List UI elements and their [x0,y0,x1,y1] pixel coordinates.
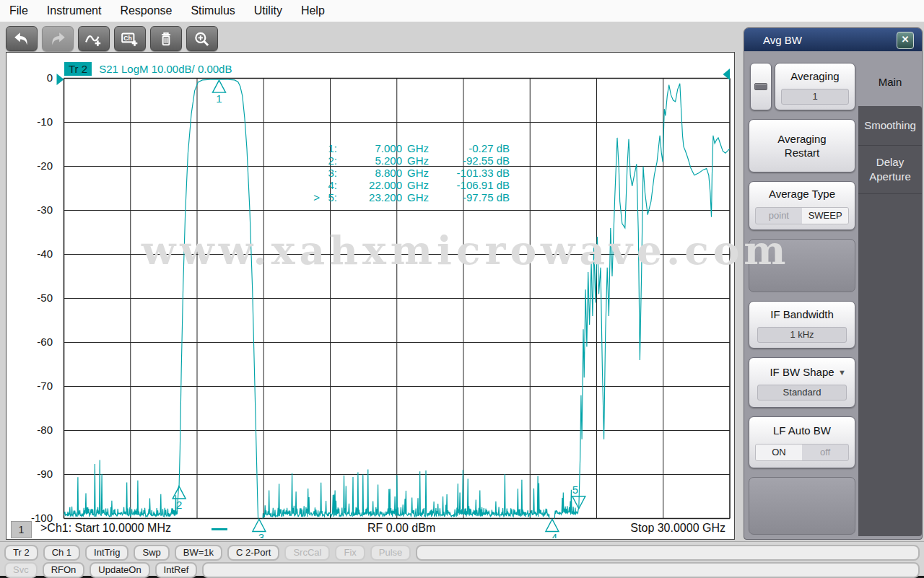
status-row1-spacer [416,545,920,561]
redo-button[interactable] [42,26,74,51]
lf-auto-bw-on-option[interactable]: ON [756,445,802,460]
averaging-toggle-button[interactable] [750,63,772,110]
stimulus-readout-bar: 1 >Ch1: Start 10.0000 MHz RF 0.00 dBm St… [6,520,733,539]
status-trigger: IntTrig [85,545,128,561]
if-bandwidth-label: IF Bandwidth [770,307,834,321]
panel-tab-column: Smoothing Delay Aperture [858,106,922,536]
if-bw-shape-value-field: Standard [757,385,847,400]
if-bw-shape-label: IF BW Shape [770,365,834,379]
averaging-label: Averaging [790,69,839,83]
tab-main[interactable]: Main [858,60,922,103]
marker-row-1: 1:7.000GHz-0.27 dB [310,142,510,154]
status-trace: Tr 2 [4,545,38,561]
zoom-icon [193,31,212,47]
menu-response[interactable]: Response [110,4,181,17]
if-bandwidth-value-field: 1 kHz [757,327,847,343]
status-bar: Tr 2 Ch 1 IntTrig Swp BW=1k C 2-Port Src… [0,541,924,578]
if-bandwidth-button[interactable]: IF Bandwidth 1 kHz [749,301,855,349]
delete-trace-button[interactable] [150,26,182,51]
add-trace-icon [84,31,103,47]
svg-text:Ch: Ch [123,34,132,41]
marker-readout-table: 1:7.000GHz-0.27 dB 2:5.200GHz-92.55 dB 3… [310,142,510,203]
avg-bw-panel: Avg BW ✕ Averaging 1 Averaging Restart A… [744,27,923,540]
svg-text:1: 1 [216,92,222,105]
lf-auto-bw-segmented-toggle[interactable]: ON off [755,444,849,461]
zoom-button[interactable] [186,26,218,51]
marker-row-3: 3:8.800GHz-101.33 dB [310,167,510,179]
status-channel: Ch 1 [43,545,80,561]
plot-area: Tr 2 S21 LogM 10.00dB/ 0.00dB 0 -10 -20 … [6,52,735,540]
undo-button[interactable] [6,26,38,51]
add-channel-button[interactable]: Ch [114,26,146,51]
menu-utility[interactable]: Utility [245,4,292,17]
average-type-label: Average Type [769,187,835,201]
average-type-sweep-option[interactable]: SWEEP [802,208,848,224]
marker-1[interactable]: 1 [213,80,226,105]
lf-auto-bw-label: LF Auto BW [773,424,831,437]
status-srccal: SrcCal [284,545,330,561]
disabled-button-1 [749,239,855,292]
marker-row-2: 2:5.200GHz-92.55 dB [310,154,510,167]
if-bw-shape-button[interactable]: IF BW Shape ▼ Standard [749,357,855,408]
menu-help[interactable]: Help [292,4,334,17]
tab-smoothing[interactable]: Smoothing [858,106,922,146]
trace-color-key [212,528,227,530]
status-row2-spacer [202,562,920,578]
status-reference: IntRef [155,562,198,578]
marker-row-4: 4:22.000GHz-106.91 dB [310,179,510,191]
status-sweep: Swp [134,545,169,561]
lf-auto-bw-off-option[interactable]: off [802,445,848,460]
averaging-button[interactable]: Averaging 1 [775,63,855,110]
menu-file[interactable]: File [0,4,38,17]
status-calibration: C 2-Port [227,545,279,561]
rf-power-label: RF 0.00 dBm [367,522,435,535]
redo-icon [48,31,67,47]
toggle-led-icon [754,83,767,90]
add-trace-button[interactable] [78,26,110,51]
panel-title: Avg BW [744,34,802,46]
menu-bar: File Instrument Response Stimulus Utilit… [0,0,924,22]
status-rf: RFOn [43,562,85,578]
channel-badge: 1 [11,521,32,538]
status-pulse: Pulse [370,545,411,561]
average-type-segmented-toggle[interactable]: point SWEEP [755,207,849,224]
averaging-restart-label-line2: Restart [785,146,819,159]
undo-icon [12,31,31,47]
average-type-point-option[interactable]: point [756,208,802,224]
tab-delay-aperture[interactable]: Delay Aperture [858,146,922,194]
tab-delay-aperture-line2: Aperture [869,170,911,184]
status-bandwidth: BW=1k [175,545,222,561]
marker-row-5-active: >5:23.200GHz-97.75 dB [310,191,510,203]
svg-text:2: 2 [176,499,182,511]
menu-stimulus[interactable]: Stimulus [181,4,244,17]
panel-title-bar: Avg BW [744,28,922,51]
disabled-button-2 [749,477,855,535]
menu-instrument[interactable]: Instrument [38,4,111,17]
svg-text:5: 5 [572,483,578,496]
panel-tabs: Main Smoothing Delay Aperture [858,54,922,536]
averaging-value-field: 1 [781,89,849,105]
chevron-down-icon: ▼ [838,368,846,377]
trash-icon [157,31,175,47]
averaging-restart-button[interactable]: Averaging Restart [749,119,855,172]
stop-frequency-label: Stop 30.0000 GHz [630,522,725,535]
average-type-button[interactable]: Average Type point SWEEP [749,181,855,230]
add-channel-icon: Ch [121,31,139,47]
close-icon: ✕ [902,34,910,45]
marker-2[interactable]: 2 [173,486,186,511]
panel-close-button[interactable]: ✕ [897,32,914,49]
start-frequency-label: >Ch1: Start 10.0000 MHz [40,522,171,535]
status-update: UpdateOn [90,562,149,578]
tab-delay-aperture-line1: Delay [876,155,904,170]
lf-auto-bw-button[interactable]: LF Auto BW ON off [749,416,855,468]
averaging-restart-label-line1: Averaging [777,132,826,146]
s21-trace-plot: 12345 [6,53,733,538]
vna-application-window: File Instrument Response Stimulus Utilit… [0,0,924,578]
status-fixture: Fix [335,545,365,561]
status-service: Svc [4,562,38,578]
